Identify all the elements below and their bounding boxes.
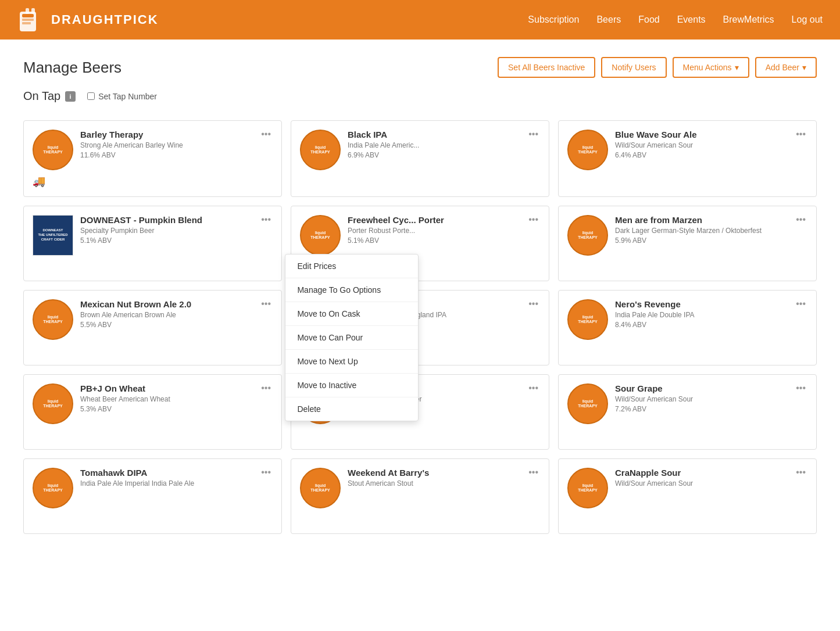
beer-menu-button[interactable]: ••• xyxy=(792,466,809,479)
main-content: Manage Beers Set All Beers Inactive Noti… xyxy=(0,40,840,631)
nav-events[interactable]: Events xyxy=(677,15,706,25)
beer-card: liquidTHERAPY Barley Therapy Strong Ale … xyxy=(23,120,282,197)
beer-style: Brown Ale American Brown Ale xyxy=(80,311,255,319)
beer-name: Weekend At Barry's xyxy=(348,468,523,478)
beer-logo: liquidTHERAPY xyxy=(300,215,341,256)
chevron-down-icon: ▾ xyxy=(802,63,806,72)
beer-name: Freewheel Cyc... Porter xyxy=(348,215,523,225)
beer-style: Dark Lager German-Style Marzen / Oktober… xyxy=(615,227,790,235)
beer-logo: liquidTHERAPY xyxy=(567,130,608,170)
nav-beers[interactable]: Beers xyxy=(596,15,621,25)
beer-style: Wild/Sour American Sour xyxy=(615,479,790,487)
beer-menu-button[interactable]: ••• xyxy=(792,128,809,141)
beer-abv: 5.1% ABV xyxy=(80,236,255,245)
beer-menu-button[interactable]: ••• xyxy=(258,297,274,310)
beer-abv: 8.4% ABV xyxy=(615,321,790,329)
beer-name: Men are from Marzen xyxy=(615,215,790,225)
beer-card: DOWNEASTTHE UNFILTEREDCRAFT CIDER DOWNEA… xyxy=(23,206,282,281)
dropdown-manage-to-go[interactable]: Manage To Go Options xyxy=(285,278,418,302)
info-icon[interactable]: i xyxy=(65,91,76,102)
beer-menu-button[interactable]: ••• xyxy=(258,466,274,479)
context-dropdown-menu: Edit Prices Manage To Go Options Move to… xyxy=(285,254,419,421)
dropdown-delete[interactable]: Delete xyxy=(285,397,418,421)
truck-icon: 🚚 xyxy=(33,175,273,188)
ontap-text: On Tap xyxy=(23,89,60,103)
beer-logo: liquidTHERAPY xyxy=(33,383,73,424)
menu-actions-button[interactable]: Menu Actions ▾ xyxy=(673,57,749,78)
header: DRAUGHTPICK Subscription Beers Food Even… xyxy=(0,0,840,40)
beer-grid: liquidTHERAPY Barley Therapy Strong Ale … xyxy=(23,120,817,534)
ontap-label: On Tap i xyxy=(23,89,76,103)
beer-name: Tomahawk DIPA xyxy=(80,468,255,478)
beer-card: liquidTHERAPY CraNapple Sour Wild/Sour A… xyxy=(558,458,817,534)
set-tap-number-checkbox-label[interactable]: Set Tap Number xyxy=(87,92,157,101)
main-nav: Subscription Beers Food Events BrewMetri… xyxy=(528,15,823,25)
nav-logout[interactable]: Log out xyxy=(792,15,823,25)
set-tap-number-checkbox[interactable] xyxy=(87,92,95,100)
beer-style: India Pale Ale Double IPA xyxy=(615,311,790,319)
beer-card: liquidTHERAPY Blue Wave Sour Ale Wild/So… xyxy=(558,120,817,197)
beer-menu-button[interactable]: ••• xyxy=(258,128,274,141)
logo-text: DRAUGHTPICK xyxy=(51,12,159,27)
beer-menu-button[interactable]: ••• xyxy=(525,382,542,395)
beer-name: Mexican Nut Brown Ale 2.0 xyxy=(80,299,255,309)
beer-style: Wild/Sour American Sour xyxy=(615,141,790,149)
beer-card: liquidTHERAPY Nero's Revenge India Pale … xyxy=(558,290,817,365)
beer-name: Black IPA xyxy=(348,130,523,139)
beer-logo: liquidTHERAPY xyxy=(300,468,341,508)
nav-food[interactable]: Food xyxy=(638,15,659,25)
beer-logo: liquidTHERAPY xyxy=(33,299,73,340)
beer-logo: liquidTHERAPY xyxy=(567,215,608,256)
beer-style: India Pale Ale Imperial India Pale Ale xyxy=(80,479,255,487)
beer-abv: 5.9% ABV xyxy=(615,236,790,245)
beer-name: PB+J On Wheat xyxy=(80,383,255,393)
dropdown-edit-prices[interactable]: Edit Prices xyxy=(285,254,418,278)
svg-rect-1 xyxy=(22,14,34,17)
beer-logo: liquidTHERAPY xyxy=(33,130,73,170)
dropdown-move-to-on-cask[interactable]: Move to On Cask xyxy=(285,302,418,326)
beer-card: liquidTHERAPY Black IPA India Pale Ale A… xyxy=(291,120,549,197)
dropdown-move-to-next-up[interactable]: Move to Next Up xyxy=(285,350,418,374)
beer-logo: liquidTHERAPY xyxy=(33,468,73,508)
beer-style: Wheat Beer American Wheat xyxy=(80,395,255,403)
beer-card: liquidTHERAPY PB+J On Wheat Wheat Beer A… xyxy=(23,374,282,450)
beer-menu-button[interactable]: ••• xyxy=(525,297,542,310)
beer-logo: liquidTHERAPY xyxy=(567,299,608,340)
set-tap-number-label: Set Tap Number xyxy=(98,92,157,101)
beer-name: Blue Wave Sour Ale xyxy=(615,130,790,139)
beer-menu-button[interactable]: ••• xyxy=(792,382,809,395)
beer-card: liquidTHERAPY Sour Grape Wild/Sour Ameri… xyxy=(558,374,817,450)
beer-style: Wild/Sour American Sour xyxy=(615,395,790,403)
beer-menu-button[interactable]: ••• xyxy=(525,213,542,226)
beer-menu-button[interactable]: ••• xyxy=(258,382,274,395)
logo-icon xyxy=(17,6,45,34)
ontap-section: On Tap i Set Tap Number xyxy=(23,89,817,103)
beer-menu-button[interactable]: ••• xyxy=(525,128,542,141)
beer-name: Nero's Revenge xyxy=(615,299,790,309)
add-beer-button[interactable]: Add Beer ▾ xyxy=(755,57,817,78)
beer-name: DOWNEAST - Pumpkin Blend xyxy=(80,215,255,225)
dropdown-move-to-can-pour[interactable]: Move to Can Pour xyxy=(285,326,418,350)
beer-menu-button[interactable]: ••• xyxy=(792,213,809,226)
beer-logo: liquidTHERAPY xyxy=(300,130,341,170)
beer-style: Specialty Pumpkin Beer xyxy=(80,227,255,235)
nav-brewmetrics[interactable]: BrewMetrics xyxy=(723,15,774,25)
beer-name: Sour Grape xyxy=(615,383,790,393)
beer-logo: liquidTHERAPY xyxy=(567,383,608,424)
page-header: Manage Beers Set All Beers Inactive Noti… xyxy=(23,57,817,78)
beer-menu-button[interactable]: ••• xyxy=(792,297,809,310)
beer-name: Barley Therapy xyxy=(80,130,255,139)
svg-rect-2 xyxy=(22,19,34,21)
logo[interactable]: DRAUGHTPICK xyxy=(17,6,159,34)
beer-menu-button[interactable]: ••• xyxy=(258,213,274,226)
beer-style: Porter Robust Porte... xyxy=(348,227,523,235)
page-actions: Set All Beers Inactive Notify Users Menu… xyxy=(498,57,817,78)
set-all-beers-inactive-button[interactable]: Set All Beers Inactive xyxy=(498,57,595,78)
dropdown-move-to-inactive[interactable]: Move to Inactive xyxy=(285,374,418,397)
beer-style: Strong Ale American Barley Wine xyxy=(80,141,255,149)
chevron-down-icon: ▾ xyxy=(735,63,739,72)
beer-menu-button[interactable]: ••• xyxy=(525,466,542,479)
notify-users-button[interactable]: Notify Users xyxy=(601,57,666,78)
page-title: Manage Beers xyxy=(23,59,121,77)
nav-subscription[interactable]: Subscription xyxy=(528,15,579,25)
